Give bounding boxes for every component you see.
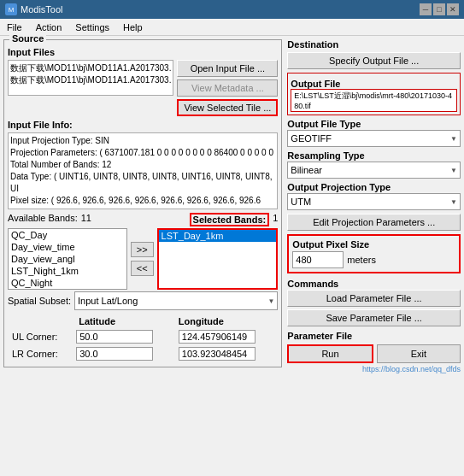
output-projection-type-dropdown[interactable]: UTM ▼ (287, 193, 461, 210)
coordinates-table: Latitude Longitude UL Corner: LR Corner: (8, 314, 278, 363)
left-panel: Source Input Files 数据下载\MOD11\bj\MOD11A1… (3, 39, 282, 473)
exit-button[interactable]: Exit (377, 344, 461, 363)
edit-projection-button[interactable]: Edit Projection Parameters ... (287, 214, 461, 231)
available-bands-list[interactable]: QC_Day Day_view_time Day_view_angl LST_N… (8, 228, 127, 290)
projection-dropdown-arrow-icon: ▼ (450, 198, 457, 206)
title-bar: M ModisTool ─ □ ✕ (0, 0, 464, 19)
bands-header-row: Available Bands: 11 Selected Bands: 1 (8, 213, 278, 226)
maximize-button[interactable]: □ (433, 3, 445, 15)
run-row: Run Exit (287, 344, 461, 363)
lr-corner-label: LR Corner: (9, 346, 72, 361)
bands-section: QC_Day Day_view_time Day_view_angl LST_N… (8, 228, 278, 290)
ul-corner-label: UL Corner: (9, 329, 72, 344)
spatial-subset-dropdown[interactable]: Input Lat/Long ▼ (74, 291, 278, 310)
specify-output-button[interactable]: Specify Output File ... (287, 52, 461, 69)
right-panel: Destination Specify Output File ... Outp… (287, 39, 461, 473)
pixel-size-unit: meters (347, 255, 376, 265)
pixel-size-section: Output Pixel Size meters (287, 234, 461, 273)
resampling-dropdown-arrow-icon: ▼ (450, 167, 457, 174)
watermark: https://blog.csdn.net/qq_dfds (287, 365, 461, 373)
app-icon: M (5, 3, 17, 15)
output-file-value: E:\LST\LST近湿\bj\modis\mrt-480\20171030-4… (291, 89, 457, 112)
ul-lat-input[interactable] (76, 330, 153, 344)
lat-header: Latitude (73, 315, 174, 327)
info-line-1: Projection Parameters: ( 6371007.181 0 0… (10, 147, 275, 159)
load-parameter-button[interactable]: Load Parameter File ... (287, 290, 461, 307)
spatial-subset-row: Spatial Subset: Input Lat/Long ▼ (8, 291, 278, 310)
minimize-button[interactable]: ─ (420, 3, 432, 15)
ul-corner-row: UL Corner: (9, 329, 276, 344)
band-item-qc-night[interactable]: QC_Night (9, 277, 126, 289)
output-file-label: Output File (291, 79, 457, 89)
selected-band-lst-day[interactable]: LST_Day_1km (159, 230, 277, 242)
input-file-info-box: Input Projection Type: SIN Projection Pa… (8, 132, 278, 209)
input-files-title: Input Files (8, 47, 278, 57)
add-band-button[interactable]: >> (131, 242, 154, 257)
selected-bands-count: 1 (273, 213, 278, 226)
band-arrow-buttons: >> << (131, 228, 154, 290)
source-label: Source (9, 33, 46, 44)
lr-corner-row: LR Corner: (9, 346, 276, 361)
save-parameter-button[interactable]: Save Parameter File ... (287, 309, 461, 326)
lr-lon-input[interactable] (179, 347, 255, 361)
parameter-file-label: Parameter File (287, 331, 461, 341)
menu-settings[interactable]: Settings (72, 21, 113, 33)
info-line-3: Data Type: ( UINT16, UINT8, UINT8, UINT8… (10, 171, 275, 195)
input-file-info-title: Input File Info: (8, 120, 278, 130)
output-file-type-dropdown[interactable]: GEOTIFF ▼ (287, 130, 461, 147)
menu-bar: File Action Settings Help (0, 19, 464, 36)
input-files-list: 数据下载\MOD11\bj\MOD11A1.A2017303. 数据下载\MOD… (8, 60, 173, 96)
output-file-type-label: Output File Type (287, 119, 461, 129)
input-file-2: 数据下载\MOD11\bj\MOD11A1.A2017303. (10, 74, 171, 86)
ul-lon-input[interactable] (179, 330, 255, 344)
view-metadata-button[interactable]: View Metadata ... (177, 79, 278, 97)
destination-section: Destination Specify Output File ... Outp… (287, 39, 461, 373)
resampling-type-label: Resampling Type (287, 150, 461, 161)
band-item-qc-day[interactable]: QC_Day (9, 229, 126, 241)
selected-bands-list[interactable]: LST_Day_1km (157, 228, 279, 290)
close-button[interactable]: ✕ (447, 3, 459, 15)
remove-band-button[interactable]: << (131, 261, 154, 276)
selected-bands-label: Selected Bands: (190, 213, 270, 226)
input-file-1: 数据下载\MOD11\bj\MOD11A1.A2017303. (10, 62, 171, 74)
file-type-dropdown-arrow-icon: ▼ (450, 135, 457, 143)
menu-action[interactable]: Action (32, 21, 66, 33)
band-item-day-view-angl[interactable]: Day_view_angl (9, 253, 126, 265)
resampling-type-value: Bilinear (291, 165, 322, 175)
info-line-5: Number of lines: ( 2400, 2400, 2400, 240… (10, 207, 275, 209)
spatial-subset-value: Input Lat/Long (78, 296, 138, 306)
commands-section: Commands Load Parameter File ... Save Pa… (287, 279, 461, 363)
available-bands-count: 11 (81, 213, 91, 226)
main-content: Source Input Files 数据下载\MOD11\bj\MOD11A1… (0, 36, 464, 476)
input-files-row: 数据下载\MOD11\bj\MOD11A1.A2017303. 数据下载\MOD… (8, 60, 278, 116)
open-input-button[interactable]: Open Input File ... (177, 60, 278, 77)
lon-header: Longitude (176, 315, 277, 327)
source-group: Source Input Files 数据下载\MOD11\bj\MOD11A1… (3, 39, 282, 367)
spatial-subset-label: Spatial Subset: (8, 296, 71, 306)
available-bands-label: Available Bands: (8, 213, 78, 226)
menu-help[interactable]: Help (120, 21, 146, 33)
pixel-size-row: meters (292, 251, 455, 268)
output-file-section: Output File E:\LST\LST近湿\bj\modis\mrt-48… (287, 73, 461, 115)
menu-file[interactable]: File (3, 21, 26, 33)
spatial-dropdown-arrow-icon: ▼ (267, 297, 274, 305)
output-projection-type-value: UTM (291, 197, 311, 207)
destination-title: Destination (287, 39, 461, 50)
band-item-lst-night[interactable]: LST_Night_1km (9, 265, 126, 277)
pixel-size-input[interactable] (292, 251, 344, 268)
output-file-type-value: GEOTIFF (291, 133, 332, 144)
resampling-type-dropdown[interactable]: Bilinear ▼ (287, 162, 461, 179)
lr-lat-input[interactable] (76, 347, 153, 361)
run-button[interactable]: Run (287, 344, 373, 363)
info-line-2: Total Number of Bands: 12 (10, 159, 275, 171)
coord-header-row: Latitude Longitude (9, 315, 276, 327)
info-line-0: Input Projection Type: SIN (10, 135, 275, 147)
view-selected-tile-button[interactable]: View Selected Tile ... (177, 99, 278, 116)
window-controls: ─ □ ✕ (420, 3, 459, 15)
window-title: ModisTool (21, 4, 63, 15)
output-projection-type-label: Output Projection Type (287, 182, 461, 192)
commands-label: Commands (287, 279, 461, 289)
pixel-size-label: Output Pixel Size (292, 239, 455, 250)
info-line-4: Pixel size: ( 926.6, 926.6, 926.6, 926.6… (10, 195, 275, 207)
band-item-day-view-time[interactable]: Day_view_time (9, 241, 126, 253)
